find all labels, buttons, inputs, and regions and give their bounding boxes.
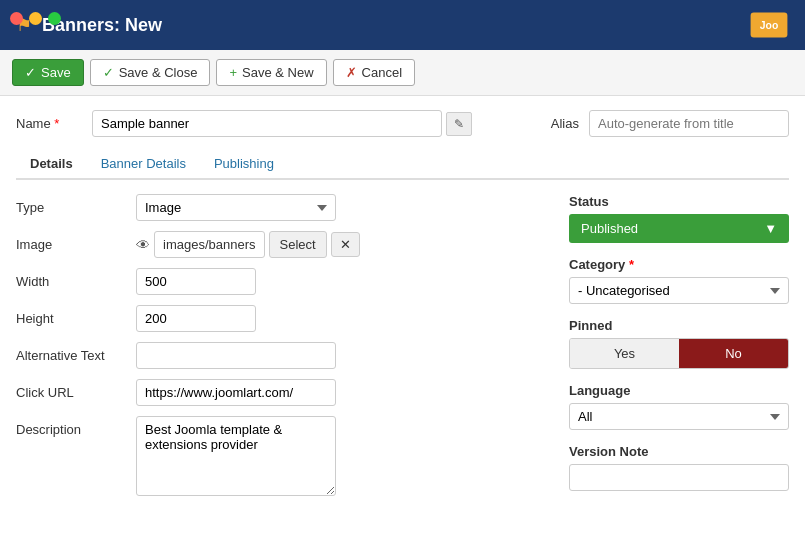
category-select[interactable]: - Uncategorised [569, 277, 789, 304]
clear-button[interactable]: ✕ [331, 232, 360, 257]
category-section: Category * - Uncategorised [569, 257, 789, 304]
type-label: Type [16, 194, 126, 215]
language-section: Language All [569, 383, 789, 430]
width-row: Width [16, 268, 539, 295]
two-col-layout: Type Image Image 👁 images/banners [16, 194, 789, 509]
status-label: Status [569, 194, 789, 209]
type-row: Type Image [16, 194, 539, 221]
tab-publishing[interactable]: Publishing [200, 149, 288, 180]
tab-banner-details[interactable]: Banner Details [87, 149, 200, 180]
cancel-button[interactable]: ✗ Cancel [333, 59, 415, 86]
eye-icon[interactable]: 👁 [136, 237, 150, 253]
window-controls [10, 12, 61, 25]
click-url-input[interactable] [136, 379, 336, 406]
pinned-toggle: Yes No [569, 338, 789, 369]
status-section: Status Published ▼ [569, 194, 789, 243]
plus-icon: + [229, 65, 237, 80]
name-icon-button[interactable]: ✎ [446, 112, 472, 136]
type-select[interactable]: Image [136, 194, 336, 221]
name-input[interactable] [92, 110, 442, 137]
left-column: Type Image Image 👁 images/banners [16, 194, 539, 509]
status-value: Published [581, 221, 638, 236]
x-icon: ✗ [346, 65, 357, 80]
save-close-button[interactable]: ✓ Save & Close [90, 59, 211, 86]
height-input[interactable] [136, 305, 256, 332]
alias-label: Alias [551, 116, 579, 131]
category-required: * [629, 257, 634, 272]
save-button[interactable]: ✓ Save [12, 59, 84, 86]
tab-details[interactable]: Details [16, 149, 87, 180]
status-arrow-icon: ▼ [764, 221, 777, 236]
select-button[interactable]: Select [269, 231, 327, 258]
version-note-input[interactable] [569, 464, 789, 491]
version-note-section: Version Note [569, 444, 789, 491]
save-icon: ✓ [25, 65, 36, 80]
category-label: Category * [569, 257, 789, 272]
name-label: Name * [16, 116, 76, 131]
click-url-label: Click URL [16, 379, 126, 400]
svg-text:Joo: Joo [760, 20, 778, 31]
required-mark: * [54, 116, 59, 131]
language-label: Language [569, 383, 789, 398]
toolbar: ✓ Save ✓ Save & Close + Save & New ✗ Can… [0, 50, 805, 96]
alt-text-row: Alternative Text [16, 342, 539, 369]
image-label: Image [16, 231, 126, 252]
alias-input[interactable] [589, 110, 789, 137]
maximize-button[interactable] [48, 12, 61, 25]
pinned-no-button[interactable]: No [679, 339, 788, 368]
image-row: Image 👁 images/banners Select ✕ [16, 231, 539, 258]
alt-text-input[interactable] [136, 342, 336, 369]
main-content: Name * ✎ Alias Details Banner Details Pu… [0, 96, 805, 555]
pinned-label: Pinned [569, 318, 789, 333]
minimize-button[interactable] [29, 12, 42, 25]
pinned-section: Pinned Yes No [569, 318, 789, 369]
version-note-label: Version Note [569, 444, 789, 459]
height-label: Height [16, 305, 126, 326]
check-icon: ✓ [103, 65, 114, 80]
description-row: Description Best Joomla template & exten… [16, 416, 539, 499]
description-label: Description [16, 416, 126, 437]
close-button[interactable] [10, 12, 23, 25]
save-new-button[interactable]: + Save & New [216, 59, 326, 86]
tabs: Details Banner Details Publishing [16, 149, 789, 180]
title-bar: ⚑ Banners: New Joo [0, 0, 805, 50]
width-input[interactable] [136, 268, 256, 295]
joomla-logo: Joo [749, 10, 789, 40]
image-path: images/banners [154, 231, 265, 258]
width-label: Width [16, 268, 126, 289]
alt-text-label: Alternative Text [16, 342, 126, 363]
pinned-yes-button[interactable]: Yes [570, 339, 679, 368]
language-select[interactable]: All [569, 403, 789, 430]
status-button[interactable]: Published ▼ [569, 214, 789, 243]
right-column: Status Published ▼ Category * - Uncatego… [569, 194, 789, 509]
description-textarea[interactable]: Best Joomla template & extensions provid… [136, 416, 336, 496]
click-url-row: Click URL [16, 379, 539, 406]
height-row: Height [16, 305, 539, 332]
name-row: Name * ✎ Alias [16, 110, 789, 137]
